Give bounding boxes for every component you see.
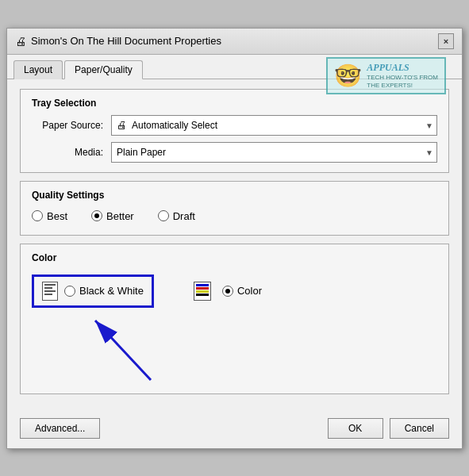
bw-doc-icon <box>42 282 58 301</box>
close-button[interactable]: × <box>438 33 454 49</box>
ok-button[interactable]: OK <box>328 418 383 439</box>
quality-best-radio[interactable] <box>32 210 43 221</box>
quality-radio-group: Best Better Draft <box>32 207 437 225</box>
quality-best-label: Best <box>47 210 67 222</box>
watermark-brand: APPUALS <box>367 62 438 74</box>
media-row: Media: Plain Paper ▼ <box>32 142 437 163</box>
printer-title-icon: 🖨 <box>15 35 26 48</box>
quality-best-option[interactable]: Best <box>32 210 67 222</box>
bw-radio-item[interactable]: Black & White <box>64 285 144 297</box>
quality-draft-label: Draft <box>173 210 195 222</box>
color-options-group: Black & White Color <box>32 270 437 313</box>
paper-source-icon: 🖨 <box>117 119 127 131</box>
paper-source-row: Paper Source: 🖨 Automatically Select ▼ <box>32 115 437 136</box>
window-title: Simon's On The Hill Document Properties <box>31 35 221 47</box>
watermark-character: 🤓 <box>334 63 362 89</box>
bw-radio[interactable] <box>64 286 75 297</box>
advanced-button[interactable]: Advanced... <box>20 418 100 439</box>
quality-draft-radio[interactable] <box>158 210 169 221</box>
quality-settings-section: Quality Settings Best Better Draft <box>20 181 449 236</box>
dialog-window: 🖨 Simon's On The Hill Document Propertie… <box>6 28 463 449</box>
footer-advanced: Advanced... <box>20 418 100 439</box>
tray-selection-section: Tray Selection Paper Source: 🖨 Automatic… <box>20 89 449 173</box>
color-section-label: Color <box>32 252 437 263</box>
media-select[interactable]: Plain Paper ▼ <box>111 142 437 163</box>
media-label: Media: <box>32 147 111 158</box>
title-bar-left: 🖨 Simon's On The Hill Document Propertie… <box>15 35 221 48</box>
tab-paper-quality[interactable]: Paper/Quality <box>64 60 143 79</box>
arrow-area <box>32 313 437 384</box>
quality-better-radio[interactable] <box>91 210 102 221</box>
tab-layout[interactable]: Layout <box>13 60 63 79</box>
bw-option-highlighted[interactable]: Black & White <box>32 274 154 308</box>
media-dropdown-arrow: ▼ <box>425 148 433 156</box>
dialog-content: Tray Selection Paper Source: 🖨 Automatic… <box>7 79 462 412</box>
dialog-footer: Advanced... OK Cancel <box>7 412 462 448</box>
color-option[interactable]: Color <box>194 282 262 301</box>
quality-better-option[interactable]: Better <box>91 210 134 222</box>
paper-source-label: Paper Source: <box>32 120 111 131</box>
paper-source-value: Automatically Select <box>132 120 217 131</box>
color-radio[interactable] <box>222 286 233 297</box>
media-wrapper: Plain Paper ▼ <box>111 142 437 163</box>
paper-source-wrapper: 🖨 Automatically Select ▼ <box>111 115 437 136</box>
color-section: Color Black & White <box>20 244 449 394</box>
quality-better-label: Better <box>106 210 134 222</box>
paper-source-dropdown-arrow: ▼ <box>425 121 433 129</box>
paper-source-select[interactable]: 🖨 Automatically Select ▼ <box>111 115 437 136</box>
color-label: Color <box>237 285 262 297</box>
watermark-tagline: TECH HOW-TO'S FROMTHE EXPERTS! <box>367 74 438 90</box>
quality-draft-option[interactable]: Draft <box>158 210 195 222</box>
bw-label: Black & White <box>79 285 144 297</box>
cancel-button[interactable]: Cancel <box>390 418 449 439</box>
watermark-box: 🤓 APPUALS TECH HOW-TO'S FROMTHE EXPERTS! <box>326 57 446 95</box>
color-doc-icon <box>194 282 211 301</box>
quality-settings-label: Quality Settings <box>32 190 437 201</box>
title-bar: 🖨 Simon's On The Hill Document Propertie… <box>7 29 462 55</box>
color-radio-item[interactable]: Color <box>222 285 262 297</box>
svg-line-1 <box>95 321 151 380</box>
media-value: Plain Paper <box>117 147 166 158</box>
tray-selection-label: Tray Selection <box>32 98 437 109</box>
watermark: 🤓 APPUALS TECH HOW-TO'S FROMTHE EXPERTS! <box>326 57 446 95</box>
blue-arrow-svg <box>79 313 175 384</box>
